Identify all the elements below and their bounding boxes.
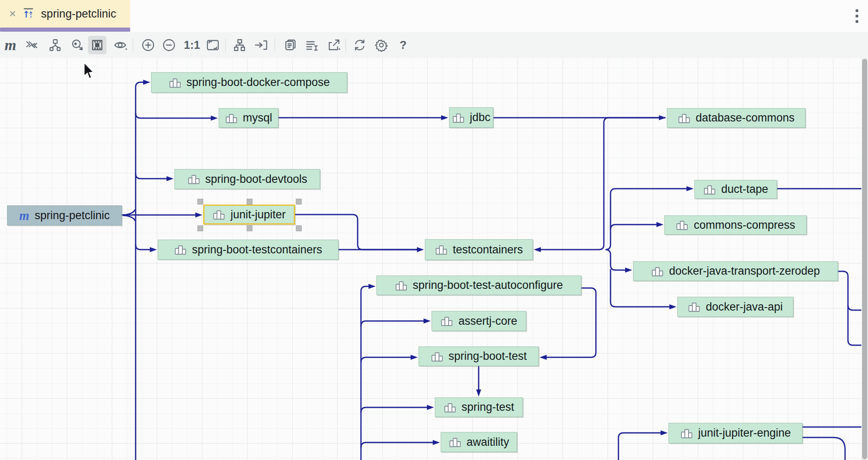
- kebab-menu-icon[interactable]: [854, 9, 860, 27]
- edge-arrow-spring-boot-test: [540, 355, 547, 360]
- vertical-scrollbar-thumb[interactable]: [862, 59, 867, 459]
- edge-arrow-testcontainers: [417, 247, 424, 252]
- diagram-editor-window: × spring-petclinic m1:1? spring-boot-doc…: [0, 0, 868, 460]
- collapse-expand-icon[interactable]: [23, 36, 41, 54]
- settings-gear-icon[interactable]: [372, 36, 391, 54]
- edge-arrow-testcontainers: [534, 247, 541, 252]
- edge-arrow-docker-java-api: [669, 304, 676, 309]
- edge-arrow-awaitility: [433, 440, 440, 445]
- library-icon: [169, 76, 181, 89]
- export-diagram-icon[interactable]: [325, 36, 343, 54]
- show-neighbors-icon[interactable]: [46, 36, 64, 54]
- view-options-eye-icon[interactable]: [111, 36, 130, 54]
- edge-arrow-junit-jupiter-engine: [661, 430, 668, 435]
- apply-layout-icon[interactable]: [230, 36, 249, 54]
- node-label: awaitility: [467, 436, 509, 449]
- diagram-node-spring-test[interactable]: spring-test: [435, 397, 523, 417]
- diagram-node-spring-boot-test[interactable]: spring-boot-test: [419, 346, 539, 366]
- node-label: jdbc: [470, 111, 491, 124]
- library-icon: [212, 208, 225, 221]
- edge-arrow-duct-tape: [686, 186, 694, 191]
- selection-handle[interactable]: [247, 199, 252, 205]
- diagram-node-spring-boot-docker-compose[interactable]: spring-boot-docker-compose: [151, 72, 347, 93]
- zoom-in-icon[interactable]: [139, 36, 157, 54]
- toolbar-label: ?: [400, 39, 407, 52]
- tab-label: spring-petclinic: [41, 8, 116, 20]
- refresh-icon[interactable]: [351, 36, 369, 54]
- fit-content-icon[interactable]: [204, 36, 222, 54]
- library-icon: [680, 427, 693, 440]
- diagram-node-junit-jupiter[interactable]: junit-jupiter: [203, 205, 295, 225]
- edge-offscreen-trunk-to-autoconfigure: [361, 286, 369, 460]
- edge-zerodep-offscreen-right-a: [838, 271, 862, 345]
- help-button[interactable]: ?: [394, 36, 412, 54]
- edge-arrow-spring-boot-docker-compose: [143, 80, 150, 85]
- diagram-canvas[interactable]: spring-boot-docker-compose mysql jdbc da…: [0, 58, 868, 460]
- edge-zerodep-offscreen-right-b: [848, 305, 862, 310]
- node-label: duct-tape: [721, 183, 768, 196]
- toolbar-separator: [133, 38, 133, 52]
- diagram-node-spring-boot-devtools[interactable]: spring-boot-devtools: [174, 169, 320, 189]
- edge-arrow-docker-java-transport-zerodep: [625, 268, 632, 273]
- library-icon: [678, 112, 690, 124]
- diagram-node-docker-java-api[interactable]: docker-java-api: [677, 297, 793, 317]
- edge-petclinic-brace-up: [123, 210, 135, 215]
- edge-arrow-spring-test: [476, 389, 481, 397]
- selection-handle[interactable]: [197, 199, 203, 205]
- library-icon: [703, 183, 716, 196]
- edge-trunk-to-spring-boot-test: [361, 357, 411, 362]
- node-label: junit-jupiter-engine: [698, 427, 791, 440]
- selection-handle[interactable]: [197, 225, 203, 231]
- node-label: junit-jupiter: [230, 208, 285, 221]
- editor-tab-bar: × spring-petclinic: [0, 0, 868, 32]
- diagram-node-testcontainers[interactable]: testcontainers: [425, 239, 533, 260]
- focus-mode-icon[interactable]: [252, 36, 270, 54]
- diagram-node-database-commons[interactable]: database-commons: [667, 108, 805, 128]
- diagram-node-docker-java-transport-zerodep[interactable]: docker-java-transport-zerodep: [633, 261, 838, 281]
- node-label: spring-test: [462, 401, 514, 414]
- library-icon: [435, 243, 447, 256]
- actual-size-button[interactable]: 1:1: [183, 36, 201, 54]
- diagram-node-duct-tape[interactable]: duct-tape: [694, 180, 777, 199]
- show-grid-icon[interactable]: [88, 36, 106, 54]
- diagram-node-commons-compress[interactable]: commons-compress: [664, 215, 807, 235]
- maven-module-scope-icon[interactable]: m: [1, 36, 20, 54]
- edge-arrow-spring-boot-testcontainers: [150, 247, 157, 252]
- selection-handle[interactable]: [296, 225, 302, 231]
- library-icon: [431, 350, 443, 363]
- diagram-node-assertj-core[interactable]: assertj-core: [431, 311, 526, 331]
- edge-arrow-mysql: [211, 116, 218, 121]
- active-tab-indicator: [0, 28, 130, 32]
- diagram-node-jdbc[interactable]: jdbc: [449, 107, 493, 128]
- diagram-node-mysql[interactable]: mysql: [219, 108, 278, 128]
- edge-arrow-spring-boot-test: [411, 355, 418, 360]
- analyze-dependencies-icon: [22, 6, 35, 21]
- library-icon: [187, 173, 200, 185]
- edit-properties-icon[interactable]: [303, 36, 321, 54]
- tab-spring-petclinic[interactable]: × spring-petclinic: [0, 0, 130, 28]
- library-icon: [395, 279, 407, 292]
- edge-petclinic-brace-down: [123, 215, 135, 221]
- node-label: docker-java-transport-zerodep: [669, 265, 820, 278]
- zoom-out-icon[interactable]: [160, 36, 178, 54]
- toolbar-label: 1:1: [184, 39, 200, 52]
- edge-petclinic-to-devtools: [136, 174, 167, 179]
- library-icon: [449, 436, 461, 448]
- diagram-node-awaitility[interactable]: awaitility: [441, 432, 517, 452]
- selection-handle[interactable]: [296, 199, 302, 205]
- library-icon: [174, 243, 187, 256]
- diagram-node-spring-boot-test-autoconfigure[interactable]: spring-boot-test-autoconfigure: [376, 275, 581, 295]
- diagram-node-junit-jupiter-engine[interactable]: junit-jupiter-engine: [669, 423, 802, 443]
- library-icon: [676, 219, 688, 231]
- edge-arrow-database-commons: [659, 115, 666, 120]
- copy-diagram-icon[interactable]: [281, 36, 300, 54]
- library-icon: [225, 112, 237, 124]
- diagram-node-spring-petclinic[interactable]: mspring-petclinic: [7, 205, 122, 225]
- diagram-node-spring-boot-testcontainers[interactable]: spring-boot-testcontainers: [158, 240, 338, 260]
- zoom-to-selection-icon[interactable]: [68, 36, 86, 54]
- close-tab-icon[interactable]: ×: [9, 8, 16, 20]
- toolbar-separator: [225, 38, 226, 52]
- diagram-toolbar: m1:1?: [0, 32, 868, 58]
- selection-handle[interactable]: [247, 225, 252, 231]
- node-label: database-commons: [696, 111, 795, 124]
